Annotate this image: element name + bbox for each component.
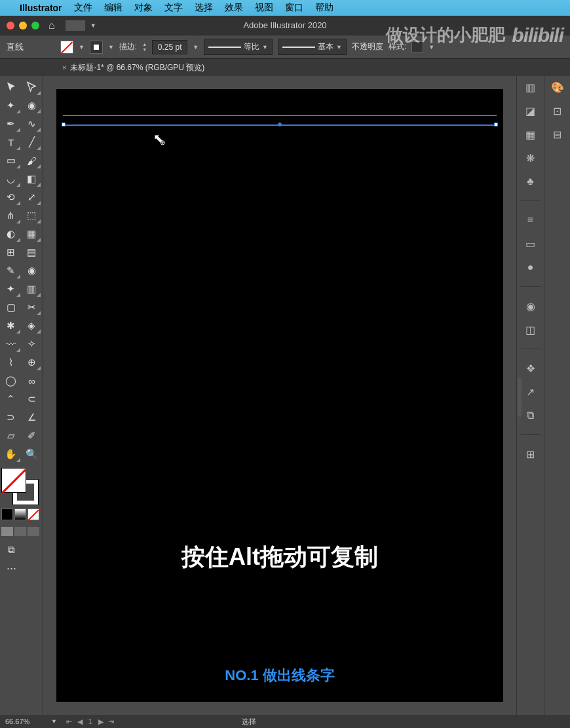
menu-select[interactable]: 选择 bbox=[195, 2, 213, 14]
rectangle-tool[interactable]: ▭ bbox=[1, 152, 21, 169]
blend-tool[interactable]: ◉ bbox=[22, 262, 42, 279]
fill-dropdown-icon[interactable]: ▼ bbox=[79, 44, 85, 50]
asset-export-panel-icon[interactable]: ↗ bbox=[523, 385, 538, 399]
stroke-panel-icon[interactable]: ≡ bbox=[523, 213, 538, 227]
anchor-point-right[interactable] bbox=[494, 123, 498, 126]
gradient-panel-icon[interactable]: ▭ bbox=[523, 237, 538, 251]
stroke-stepper[interactable]: ▲▼ bbox=[142, 42, 147, 52]
layers-panel-icon[interactable]: ❖ bbox=[523, 361, 538, 375]
column-graph-tool[interactable]: ▥ bbox=[22, 280, 42, 297]
paintbrush-tool[interactable]: 🖌 bbox=[22, 152, 42, 169]
curvature-tool[interactable]: ∿ bbox=[22, 115, 42, 132]
draw-behind-icon[interactable] bbox=[14, 527, 26, 536]
brush-definition[interactable]: 基本 ▼ bbox=[278, 39, 347, 55]
menu-edit[interactable]: 编辑 bbox=[104, 2, 123, 14]
transparency-panel-icon[interactable]: ● bbox=[523, 260, 538, 275]
anchor-tool[interactable]: ⌃ bbox=[1, 391, 21, 408]
eyedropper-tool[interactable]: ✎ bbox=[1, 262, 21, 279]
menu-help[interactable]: 帮助 bbox=[315, 2, 333, 14]
anchor-point-center[interactable] bbox=[278, 123, 282, 126]
stroke-weight-dropdown-icon[interactable]: ▼ bbox=[193, 44, 199, 50]
document-tab[interactable]: × 未标题-1* @ 66.67% (RGB/GPU 预览) bbox=[56, 59, 211, 76]
draw-inside-icon[interactable] bbox=[28, 527, 39, 536]
brushes-panel-icon[interactable]: ❋ bbox=[523, 151, 538, 165]
perspective-grid-tool[interactable]: ▦ bbox=[22, 225, 42, 242]
spiral-tool[interactable]: ◯ bbox=[1, 372, 21, 389]
reflect-tool[interactable]: ⊃ bbox=[1, 409, 21, 426]
opacity-label[interactable]: 不透明度 bbox=[352, 41, 383, 52]
maximize-window-button[interactable] bbox=[31, 22, 39, 29]
home-icon[interactable]: ⌂ bbox=[48, 20, 55, 31]
flare-tool[interactable]: ∞ bbox=[22, 372, 42, 389]
color-mode-solid[interactable] bbox=[1, 508, 13, 520]
close-tab-icon[interactable]: × bbox=[62, 64, 66, 71]
eraser-tool[interactable]: ◧ bbox=[22, 170, 42, 187]
swatches-panel-icon[interactable]: ▦ bbox=[523, 127, 538, 142]
fill-swatch[interactable] bbox=[60, 41, 73, 54]
graphic-style-swatch[interactable] bbox=[411, 41, 423, 53]
nav-next-icon[interactable]: ▶ bbox=[96, 718, 105, 726]
shape-builder-tool[interactable]: ◐ bbox=[1, 225, 21, 242]
scale-tool[interactable]: ⤢ bbox=[22, 189, 42, 206]
wrinkle-tool[interactable]: 〰 bbox=[1, 335, 21, 353]
arrange-documents-button[interactable] bbox=[66, 20, 85, 31]
scissors-tool[interactable]: ✐ bbox=[22, 427, 42, 444]
zoom-level[interactable]: 66.67% bbox=[5, 718, 43, 725]
canvas-viewport[interactable]: ⬉ 按住Alt拖动可复制 NO.1 做出线条字 bbox=[43, 76, 516, 715]
slice-tool[interactable]: ✂ bbox=[22, 299, 42, 316]
fill-stroke-control[interactable] bbox=[1, 468, 38, 505]
menu-file[interactable]: 文件 bbox=[74, 2, 92, 14]
pen-tool[interactable]: ✒ bbox=[1, 115, 21, 132]
width-tool[interactable]: ⋔ bbox=[1, 207, 21, 224]
artboards-panel-icon[interactable]: ⧉ bbox=[523, 408, 538, 423]
menu-type[interactable]: 文字 bbox=[164, 2, 183, 14]
selection-tool[interactable] bbox=[1, 79, 21, 96]
reshape-tool[interactable]: ⊂ bbox=[22, 391, 42, 408]
artboard[interactable]: ⬉ 按住Alt拖动可复制 NO.1 做出线条字 bbox=[56, 89, 503, 702]
arrange-chevron-icon[interactable]: ▼ bbox=[90, 22, 96, 29]
libraries-panel-icon[interactable]: ⊞ bbox=[523, 447, 538, 461]
symbols-panel-icon[interactable]: ♣ bbox=[523, 174, 538, 189]
pathfinder-panel-icon[interactable]: ⊟ bbox=[550, 127, 565, 142]
magic-wand-tool[interactable]: ✦ bbox=[1, 97, 21, 114]
shaper-tool[interactable]: ◡ bbox=[1, 170, 21, 187]
free-transform-tool[interactable]: ⬚ bbox=[22, 207, 42, 224]
color-mode-gradient[interactable] bbox=[14, 508, 26, 520]
edit-toolbar-button[interactable]: ⋯ bbox=[1, 560, 21, 577]
menu-window[interactable]: 窗口 bbox=[285, 2, 303, 14]
graphic-styles-panel-icon[interactable]: ◫ bbox=[523, 322, 538, 337]
nav-first-icon[interactable]: ⇤ bbox=[65, 718, 74, 726]
rotate-tool[interactable]: ⟲ bbox=[1, 189, 21, 206]
artboard-number[interactable]: 1 bbox=[86, 718, 95, 726]
hand-tool[interactable]: ✋ bbox=[1, 446, 21, 463]
symbol-sprayer-tool[interactable]: ✦ bbox=[1, 280, 21, 297]
menu-effect[interactable]: 效果 bbox=[225, 2, 243, 14]
zoom-dropdown-icon[interactable]: ▼ bbox=[51, 718, 57, 725]
appearance-panel-icon[interactable]: ◉ bbox=[523, 299, 538, 313]
lasso-tool[interactable]: ◉ bbox=[22, 97, 42, 114]
color-panel-icon[interactable]: ◪ bbox=[523, 104, 538, 118]
fill-color-box[interactable] bbox=[1, 468, 26, 493]
menu-object[interactable]: 对象 bbox=[134, 2, 153, 14]
stroke-weight-input[interactable]: 0.25 pt bbox=[152, 40, 187, 54]
stroke-swatch[interactable] bbox=[90, 41, 103, 54]
knife-tool[interactable]: ▱ bbox=[1, 427, 21, 444]
join-tool[interactable]: ⊕ bbox=[22, 354, 42, 371]
zoom-tool[interactable]: 🔍 bbox=[22, 446, 42, 463]
align-panel-icon[interactable]: ⊡ bbox=[550, 104, 565, 118]
app-menu[interactable]: Illustrator bbox=[20, 3, 62, 13]
close-window-button[interactable] bbox=[7, 22, 14, 29]
type-tool[interactable]: T bbox=[1, 134, 21, 151]
puppet-warp-tool[interactable]: ✱ bbox=[1, 317, 21, 334]
mesh-tool[interactable]: ⊞ bbox=[1, 244, 21, 261]
nav-last-icon[interactable]: ⇥ bbox=[107, 718, 116, 726]
stroke-dropdown-icon[interactable]: ▼ bbox=[108, 44, 114, 50]
free-distort-tool[interactable]: ◈ bbox=[22, 317, 42, 334]
style-dropdown-icon[interactable]: ▼ bbox=[428, 44, 434, 50]
draw-normal-icon[interactable] bbox=[1, 527, 13, 536]
screen-mode-button[interactable]: ⧉ bbox=[1, 541, 21, 558]
nav-prev-icon[interactable]: ◀ bbox=[75, 718, 85, 726]
crystallize-tool[interactable]: ✧ bbox=[22, 335, 42, 353]
anchor-point-left[interactable] bbox=[62, 123, 66, 126]
line-segment-tool[interactable]: ╱ bbox=[22, 134, 42, 151]
